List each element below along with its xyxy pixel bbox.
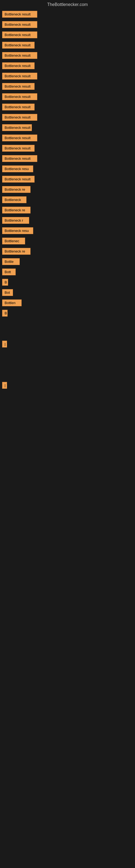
list-item: Bottleneck result: [0, 102, 135, 112]
list-item: Bottleneck result: [0, 9, 135, 19]
bottleneck-result-label: Bottlenec: [2, 238, 25, 244]
list-item: Bottleneck result: [0, 71, 135, 81]
bottleneck-result-label: Bottleneck re: [2, 207, 31, 214]
bottleneck-result-label: Bottleneck result: [2, 155, 37, 162]
bottleneck-result-label: |: [2, 341, 7, 347]
list-item: [0, 318, 135, 328]
bottleneck-result-label: Bottleneck result: [2, 134, 37, 141]
site-title: TheBottlenecker.com: [0, 0, 135, 9]
bottleneck-result-label: Bott: [2, 269, 16, 275]
bottleneck-result-label: Bottleneck result: [2, 93, 37, 100]
bottleneck-result-label: Bottleneck result: [2, 145, 35, 152]
bottleneck-result-label: Bottleneck result: [2, 52, 37, 59]
bottleneck-result-label: B: [2, 279, 8, 286]
bottleneck-result-label: |: [2, 382, 7, 389]
list-item: Bottleneck result: [0, 174, 135, 184]
list-item: Bottleneck re: [0, 205, 135, 215]
list-item: Bottleneck re: [0, 246, 135, 256]
list-item: Bottlen: [0, 298, 135, 308]
list-item: Bottleneck: [0, 195, 135, 205]
list-item: Bottleneck result: [0, 20, 135, 29]
list-item: |: [0, 380, 135, 390]
list-item: Bottleneck r: [0, 215, 135, 225]
list-item: [0, 349, 135, 359]
bottleneck-result-label: Bottleneck result: [2, 31, 37, 38]
bottleneck-result-label: Bottleneck re: [2, 248, 31, 255]
list-item: Bottlenec: [0, 236, 135, 246]
bottleneck-result-label: Bottleneck re: [2, 186, 31, 193]
bottleneck-result-label: Bottleneck result: [2, 21, 37, 28]
list-item: Bottleneck result: [0, 112, 135, 122]
list-item: [0, 370, 135, 380]
bottleneck-result-label: Bottleneck result: [2, 104, 35, 111]
site-title-text: TheBottlenecker.com: [47, 2, 88, 7]
list-item: Bottleneck resu: [0, 226, 135, 236]
list-item: Bottleneck result: [0, 51, 135, 60]
list-item: Bottleneck result: [0, 123, 135, 132]
bottleneck-result-label: Bottleneck resu: [2, 227, 33, 234]
list-item: Bottle: [0, 257, 135, 267]
list-item: Bott: [0, 267, 135, 277]
list-item: Bottleneck result: [0, 92, 135, 101]
bottleneck-result-label: B: [2, 310, 8, 316]
bottleneck-result-label: Bottleneck result: [2, 114, 37, 121]
list-item: Bottleneck result: [0, 133, 135, 143]
list-item: |: [0, 339, 135, 349]
list-item: [0, 360, 135, 369]
bottleneck-result-label: Bottleneck result: [2, 176, 35, 183]
bottleneck-result-label: Bottle: [2, 258, 20, 265]
list-item: Bottleneck result: [0, 143, 135, 153]
list-item: Bottleneck result: [0, 61, 135, 70]
bottleneck-result-label: Bottleneck r: [2, 217, 29, 224]
list-item: [0, 329, 135, 339]
bottleneck-result-label: Bottlen: [2, 300, 21, 306]
bottleneck-result-label: Bot: [2, 289, 13, 296]
list-item: B: [0, 277, 135, 287]
bottleneck-result-label: Bottleneck result: [2, 11, 37, 18]
list-item: Bottleneck resu: [0, 164, 135, 174]
bottleneck-result-label: Bottleneck result: [2, 73, 37, 80]
list-item: Bottleneck result: [0, 82, 135, 91]
list-item: Bot: [0, 287, 135, 297]
list-item: B: [0, 308, 135, 318]
bottleneck-result-label: Bottleneck result: [2, 124, 32, 131]
bottleneck-result-label: Bottleneck result: [2, 83, 35, 90]
bottleneck-result-label: Bottleneck result: [2, 62, 35, 69]
list-item: Bottleneck result: [0, 154, 135, 163]
bottleneck-result-label: Bottleneck result: [2, 42, 35, 49]
items-container: Bottleneck resultBottleneck resultBottle…: [0, 9, 135, 390]
list-item: Bottleneck re: [0, 184, 135, 194]
list-item: Bottleneck result: [0, 30, 135, 40]
bottleneck-result-label: Bottleneck: [2, 196, 27, 203]
bottleneck-result-label: Bottleneck resu: [2, 165, 33, 172]
list-item: Bottleneck result: [0, 40, 135, 50]
